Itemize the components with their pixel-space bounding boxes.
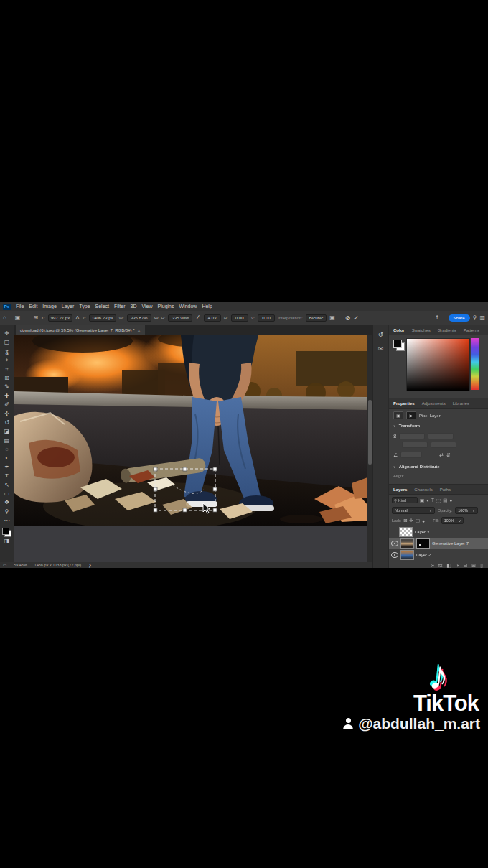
v-skew-field[interactable]: 0.00 [258, 314, 275, 322]
angle-field[interactable]: 4.03 [204, 314, 221, 322]
clone-stamp-tool[interactable]: ✣ [2, 410, 12, 419]
generative-layer-thumbnail[interactable] [400, 538, 414, 549]
height-field[interactable] [402, 442, 428, 448]
delete-layer-icon[interactable]: ▯ [480, 563, 483, 569]
tab-swatches[interactable]: Swatches [412, 328, 431, 332]
lock-position-icon[interactable]: ✛ [410, 518, 413, 523]
h-value-field[interactable]: 335.90% [168, 314, 192, 322]
tab-libraries[interactable]: Libraries [453, 401, 469, 406]
crop-tool[interactable]: ⌗ [2, 365, 12, 374]
interpolation-dropdown[interactable]: Bicubic [306, 314, 327, 322]
menu-image[interactable]: Image [42, 302, 56, 311]
healing-brush-tool[interactable]: ✚ [2, 392, 12, 401]
tab-patterns[interactable]: Patterns [464, 328, 479, 332]
add-mask-icon[interactable]: ◧ [447, 563, 452, 569]
edit-toolbar-icon[interactable]: ⋯ [2, 516, 12, 525]
visibility-eye-icon[interactable] [391, 552, 398, 558]
layer-name[interactable]: Layer 3 [415, 530, 429, 534]
marquee-tool[interactable]: ▢ [2, 338, 12, 347]
layer-row-layer2[interactable]: Layer 2 [389, 549, 488, 561]
eraser-tool[interactable]: ◪ [2, 427, 12, 436]
h-skew-field[interactable]: 0.00 [231, 314, 248, 322]
menu-edit[interactable]: Edit [29, 302, 37, 311]
menu-plugins[interactable]: Plugins [158, 302, 174, 311]
layer3-thumbnail[interactable] [399, 527, 413, 537]
search-icon[interactable]: ⚲ [473, 314, 477, 321]
tab-color[interactable]: Color [393, 328, 405, 332]
hand-tool[interactable]: ❖ [2, 498, 12, 507]
lock-transparency-icon[interactable]: ⊞ [403, 518, 407, 523]
tab-gradients[interactable]: Gradients [438, 328, 456, 332]
filter-toggle-icon[interactable]: ● [449, 498, 452, 503]
menu-view[interactable]: View [142, 302, 153, 311]
layer-name[interactable]: Generative Layer 7 [432, 541, 469, 546]
path-selection-tool[interactable]: ↖ [2, 481, 12, 490]
masks-icon[interactable]: ▶ [406, 411, 416, 419]
layer-name[interactable]: Layer 2 [416, 553, 431, 557]
saturation-brightness-field[interactable] [406, 338, 470, 391]
layer-row-generative-layer7[interactable]: Generative Layer 7 [389, 538, 488, 549]
tab-properties[interactable]: Properties [393, 401, 415, 406]
link-wh-icon[interactable]: 8 [393, 433, 396, 439]
dodge-tool[interactable]: ◐ [2, 454, 12, 462]
link-layers-icon[interactable]: ∞ [431, 563, 434, 568]
link-dimensions-icon[interactable]: ∞ [154, 314, 159, 321]
zoom-tool[interactable]: ⚲ [2, 508, 12, 516]
home-icon[interactable]: ⌂ [3, 314, 6, 321]
eyedropper-tool[interactable]: ✎ [2, 383, 12, 391]
new-group-icon[interactable]: ⊟ [463, 563, 467, 569]
align-section-label[interactable]: Align and Distribute [399, 465, 440, 469]
brush-tool[interactable]: ✐ [2, 401, 12, 409]
zoom-percentage[interactable]: 59.46% [14, 563, 27, 567]
type-tool[interactable]: T [2, 472, 12, 480]
filter-adjustment-icon[interactable]: ◐ [426, 498, 429, 503]
foreground-color-swatch[interactable] [2, 528, 9, 535]
menu-3d[interactable]: 3D [131, 302, 137, 311]
tab-paths[interactable]: Paths [440, 487, 451, 492]
layer-search-field[interactable]: ⚲ Kind [392, 497, 418, 503]
visibility-eye-icon[interactable] [391, 541, 398, 546]
document-tab[interactable]: download (6).jpeg @ 59.5% (Generative La… [16, 325, 145, 335]
transform-section-label[interactable]: Transform [399, 424, 420, 428]
pen-tool[interactable]: ✒ [2, 463, 12, 472]
filter-pixel-icon[interactable]: ▣ [420, 498, 424, 503]
menu-layer[interactable]: Layer [62, 302, 75, 311]
workspace-icon[interactable]: ▥ [479, 314, 485, 321]
vertical-scrollbar[interactable] [367, 335, 372, 562]
cancel-transform-icon[interactable]: ⊘ [345, 314, 351, 322]
lasso-tool[interactable]: ʓ [2, 347, 12, 356]
new-layer-icon[interactable]: ⊞ [471, 563, 476, 569]
foreground-background-swatch[interactable] [2, 528, 11, 537]
scrollbar-thumb[interactable] [368, 400, 372, 465]
w-value-field[interactable]: 335.87% [127, 314, 151, 322]
menu-select[interactable]: Select [95, 302, 109, 311]
commit-transform-icon[interactable]: ✓ [353, 314, 359, 322]
pasteboard[interactable] [14, 526, 367, 562]
blur-tool[interactable]: ◌ [2, 445, 12, 454]
foreground-swatch[interactable] [393, 340, 402, 348]
history-panel-icon[interactable]: ↺ [378, 331, 384, 338]
delta-icon[interactable]: Δ [75, 314, 79, 321]
filter-smart-object-icon[interactable]: ▤ [443, 498, 447, 503]
transform-caret-icon[interactable]: ∨ [393, 424, 396, 428]
layer-effects-icon[interactable]: fx [438, 563, 442, 568]
rotation-field[interactable] [400, 452, 422, 458]
object-selection-tool[interactable]: ⌖ [2, 356, 12, 365]
upload-icon[interactable]: ↥ [435, 314, 440, 321]
share-button[interactable]: Share [449, 314, 470, 322]
layer2-thumbnail[interactable] [400, 550, 414, 560]
x-position-field[interactable] [428, 433, 454, 439]
menu-help[interactable]: Help [202, 302, 212, 311]
lock-all-icon[interactable]: ● [422, 518, 425, 523]
quick-mask-icon[interactable]: ◨ [2, 537, 12, 546]
flip-horizontal-icon[interactable]: ⇄ [439, 452, 444, 458]
tab-layers[interactable]: Layers [393, 487, 407, 492]
tab-adjustments[interactable]: Adjustments [422, 401, 446, 406]
rectangle-tool[interactable]: ▭ [2, 490, 12, 498]
frame-tool[interactable]: ⊞ [2, 374, 12, 383]
warp-mode-icon[interactable]: ▣ [329, 314, 335, 321]
filter-shape-icon[interactable]: ⬚ [436, 498, 441, 503]
canvas[interactable] [14, 335, 367, 526]
comments-panel-icon[interactable]: ✉ [378, 345, 384, 353]
history-brush-tool[interactable]: ↺ [2, 419, 12, 427]
